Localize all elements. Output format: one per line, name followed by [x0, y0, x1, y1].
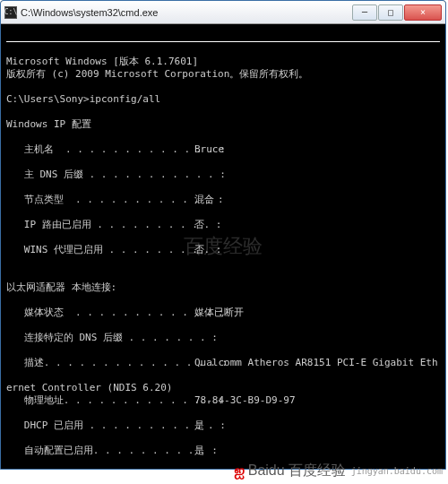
wins-proxy-row: WINS 代理已启用 . . . . . . . . . : 否 [6, 244, 440, 256]
close-button[interactable]: × [404, 4, 442, 21]
brand-name: Baidu [248, 462, 285, 479]
eth-desc2: ernet Controller (NDIS 6.20) [6, 382, 172, 393]
hostname-row: 主机名 . . . . . . . . . . . . . : Bruce [6, 143, 440, 156]
ethernet-title: 以太网适配器 本地连接: [6, 281, 116, 293]
terminal-output[interactable]: Microsoft Windows [版本 6.1.7601] 版权所有 (c)… [1, 24, 445, 469]
brand-url: jingyan.baidu.com [351, 466, 443, 476]
window-title: C:\Windows\system32\cmd.exe [21, 7, 352, 18]
ip-routing-row: IP 路由已启用 . . . . . . . . . . : 否 [6, 219, 440, 231]
section-ipconfig: Windows IP 配置 [6, 118, 91, 130]
header-line: Microsoft Windows [版本 6.1.7601] [6, 56, 198, 67]
dns-suffix-row: 主 DNS 后缀 . . . . . . . . . . . : [6, 169, 440, 181]
node-type-row: 节点类型 . . . . . . . . . . . . : 混合 [6, 194, 440, 206]
media-state-row: 媒体状态 . . . . . . . . . . . . : 媒体已断开 [6, 307, 440, 319]
brand-footer: ஐ Baidu 百度经验 jingyan.baidu.com [235, 462, 443, 480]
titlebar[interactable]: C:\ C:\Windows\system32\cmd.exe ─ □ × [1, 1, 445, 24]
copyright-line: 版权所有 (c) 2009 Microsoft Corporation。保留所有… [6, 68, 308, 80]
window-buttons: ─ □ × [352, 4, 442, 21]
baidu-logo-icon: ஐ [235, 462, 245, 479]
command-prompt: C:\Users\Sony>ipconfig/all [6, 93, 160, 105]
eth-auto-row: 自动配置已启用. . . . . . . . . . : 是 [6, 445, 440, 457]
maximize-button[interactable]: □ [378, 4, 403, 21]
eth-mac-row: 物理地址. . . . . . . . . . . . . : 78-84-3C… [6, 394, 440, 407]
eth-dns-row: 连接特定的 DNS 后缀 . . . . . . . : [6, 332, 440, 344]
cmd-window: C:\ C:\Windows\system32\cmd.exe ─ □ × Mi… [0, 0, 446, 470]
app-icon: C:\ [4, 6, 17, 19]
minimize-button[interactable]: ─ [352, 4, 377, 21]
brand-sub: 百度经验 [289, 462, 346, 480]
eth-dhcp-row: DHCP 已启用 . . . . . . . . . . . : 是 [6, 419, 440, 432]
eth-desc-row: 描述. . . . . . . . . . . . . . . : Qualco… [6, 357, 440, 369]
